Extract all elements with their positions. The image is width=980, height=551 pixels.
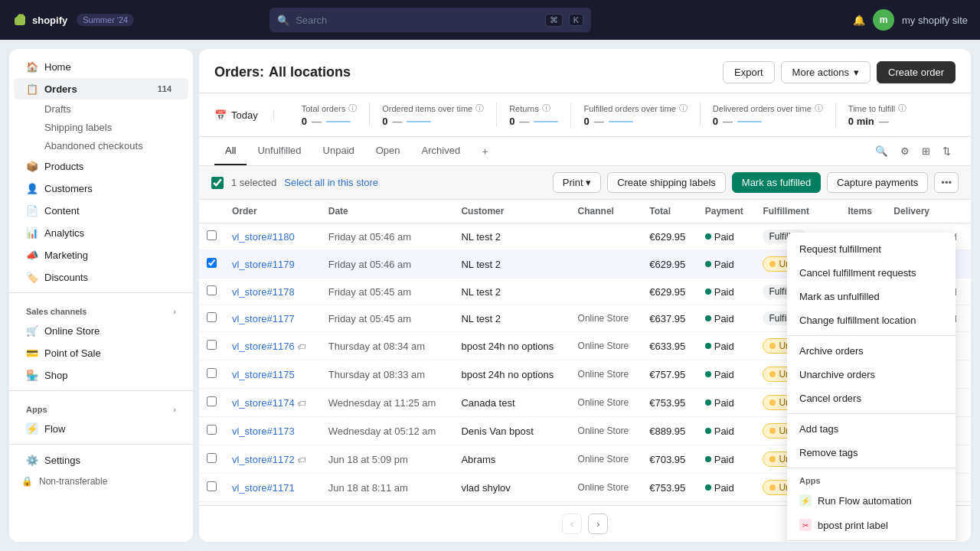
- page-title: Orders:: [214, 64, 264, 80]
- order-link[interactable]: vl_store#1174: [232, 397, 295, 409]
- tag-icon: 🏷: [297, 455, 305, 465]
- sidebar-item-online-store[interactable]: 🛒 Online Store: [14, 320, 188, 341]
- nav-right: 🔔 m my shopify site: [853, 9, 968, 31]
- row-checkbox[interactable]: [207, 230, 217, 240]
- export-button[interactable]: Export: [723, 61, 775, 83]
- order-channel-cell: Online Store: [570, 474, 642, 502]
- menu-request-fulfillment[interactable]: Request fulfillment: [787, 237, 956, 261]
- order-link[interactable]: vl_store#1176: [232, 341, 295, 352]
- order-customer-cell: vlad shylov: [453, 474, 570, 502]
- order-link[interactable]: vl_store#1171: [232, 482, 295, 494]
- sidebar-item-drafts[interactable]: Drafts: [14, 100, 188, 118]
- more-actions-button[interactable]: More actions ▾: [781, 61, 871, 83]
- row-checkbox[interactable]: [207, 425, 217, 435]
- row-checkbox[interactable]: [207, 481, 217, 491]
- tab-archived[interactable]: Archived: [411, 137, 472, 165]
- search-bar[interactable]: 🔍 Search ⌘ K: [270, 8, 591, 32]
- fulfillment-dot: [769, 399, 776, 406]
- shopify-logo-icon: [12, 12, 28, 28]
- sidebar-item-orders[interactable]: 📋 Orders 114: [14, 78, 188, 99]
- mark-fulfilled-button[interactable]: Mark as fulfilled: [732, 172, 821, 193]
- columns-button[interactable]: ⊞: [917, 142, 935, 160]
- search-filter-button[interactable]: 🔍: [871, 142, 893, 160]
- order-channel-cell: [570, 279, 642, 305]
- sidebar-item-settings[interactable]: ⚙️ Settings: [14, 449, 188, 471]
- row-checkbox-cell: [199, 445, 224, 474]
- order-link[interactable]: vl_store#1173: [232, 425, 295, 437]
- next-page-button[interactable]: ›: [588, 514, 608, 534]
- notifications-button[interactable]: 🔔: [853, 15, 865, 26]
- menu-unarchive-orders[interactable]: Unarchive orders: [787, 363, 956, 386]
- row-checkbox[interactable]: [207, 368, 217, 378]
- menu-cancel-orders[interactable]: Cancel orders: [787, 386, 956, 410]
- order-link[interactable]: vl_store#1179: [232, 259, 295, 270]
- sidebar-item-non-transferable[interactable]: 🔒 Non-transferable: [9, 471, 193, 491]
- selection-actions: Print ▾ Create shipping labels Mark as f…: [553, 172, 959, 193]
- tab-unfulfilled[interactable]: Unfulfilled: [247, 137, 312, 165]
- more-selection-button[interactable]: •••: [934, 172, 959, 193]
- sidebar-item-discounts[interactable]: 🏷️ Discounts: [14, 266, 188, 288]
- row-checkbox[interactable]: [207, 396, 217, 406]
- filter-button[interactable]: ⚙: [896, 142, 914, 160]
- sidebar-label-customers: Customers: [44, 183, 93, 194]
- add-tab-button[interactable]: ＋: [474, 139, 496, 165]
- capture-payments-button[interactable]: Capture payments: [827, 172, 928, 193]
- tab-open[interactable]: Open: [365, 137, 411, 165]
- sidebar-item-flow[interactable]: ⚡ Flow: [14, 418, 188, 439]
- order-link[interactable]: vl_store#1172: [232, 454, 295, 465]
- print-button[interactable]: Print ▾: [553, 172, 601, 193]
- sidebar-item-shipping-labels[interactable]: Shipping labels: [14, 119, 188, 136]
- create-shipping-labels-button[interactable]: Create shipping labels: [607, 172, 726, 193]
- select-all-checkbox[interactable]: [211, 177, 224, 189]
- order-link[interactable]: vl_store#1180: [232, 231, 295, 243]
- menu-mark-unfulfilled[interactable]: Mark as unfulfilled: [787, 285, 956, 308]
- menu-bpost-label[interactable]: ✂ bpost print label: [787, 513, 956, 537]
- select-all-link[interactable]: Select all in this store: [284, 177, 378, 188]
- order-channel-cell: Online Store: [570, 389, 642, 417]
- sidebar-item-products[interactable]: 📦 Products: [14, 155, 188, 177]
- location-selector[interactable]: All locations: [269, 64, 351, 80]
- menu-add-tags[interactable]: Add tags: [787, 417, 956, 441]
- sidebar-item-shop[interactable]: 🏪 Shop: [14, 364, 188, 386]
- sidebar-item-customers[interactable]: 👤 Customers: [14, 178, 188, 199]
- tab-unpaid[interactable]: Unpaid: [312, 137, 365, 165]
- row-checkbox[interactable]: [207, 453, 217, 463]
- menu-cancel-fulfillment[interactable]: Cancel fulfillment requests: [787, 261, 956, 285]
- menu-remove-tags[interactable]: Remove tags: [787, 441, 956, 465]
- prev-page-button[interactable]: ‹: [562, 514, 582, 534]
- row-checkbox[interactable]: [207, 340, 217, 350]
- menu-divider-2: [787, 413, 956, 414]
- row-checkbox[interactable]: [207, 285, 217, 295]
- col-header-items: Items: [840, 200, 886, 223]
- sort-button[interactable]: ⇅: [938, 142, 956, 160]
- menu-archive-orders[interactable]: Archive orders: [787, 339, 956, 363]
- tab-all[interactable]: All: [214, 137, 247, 165]
- create-order-button[interactable]: Create order: [877, 61, 956, 83]
- row-checkbox[interactable]: [207, 258, 217, 268]
- payment-dot: [705, 233, 711, 240]
- order-date-cell: Friday at 05:45 am: [321, 305, 454, 332]
- sidebar-label-abandoned: Abandoned checkouts: [44, 140, 143, 152]
- stat-period-selector[interactable]: 📅 Today: [214, 109, 274, 121]
- order-customer-cell: NL test 2: [453, 305, 570, 332]
- settings-icon: ⚙️: [26, 454, 38, 466]
- sidebar-item-abandoned[interactable]: Abandoned checkouts: [14, 137, 188, 155]
- order-link[interactable]: vl_store#1178: [232, 286, 295, 298]
- sidebar-item-home[interactable]: 🏠 Home: [14, 56, 188, 77]
- sidebar-item-marketing[interactable]: 📣 Marketing: [14, 244, 188, 266]
- bpost-label-icon: ✂: [799, 519, 812, 531]
- order-link[interactable]: vl_store#1175: [232, 369, 295, 380]
- menu-change-fulfillment[interactable]: Change fulfillment location: [787, 308, 956, 332]
- sidebar-item-pos[interactable]: 💳 Point of Sale: [14, 342, 188, 364]
- sidebar-item-analytics[interactable]: 📊 Analytics: [14, 222, 188, 243]
- row-checkbox[interactable]: [207, 312, 217, 322]
- order-date-cell: Friday at 05:46 am: [321, 250, 454, 279]
- order-link[interactable]: vl_store#1177: [232, 313, 295, 324]
- sidebar-label-shop: Shop: [44, 370, 67, 381]
- menu-run-flow[interactable]: ⚡ Run Flow automation: [787, 488, 956, 513]
- sidebar-label-flow: Flow: [44, 423, 65, 435]
- info-icon: ⓘ: [348, 103, 357, 114]
- sidebar-item-content[interactable]: 📄 Content: [14, 200, 188, 221]
- order-customer-cell: Denis Van bpost: [453, 417, 570, 445]
- order-date-cell: Thursday at 08:34 am: [321, 332, 454, 360]
